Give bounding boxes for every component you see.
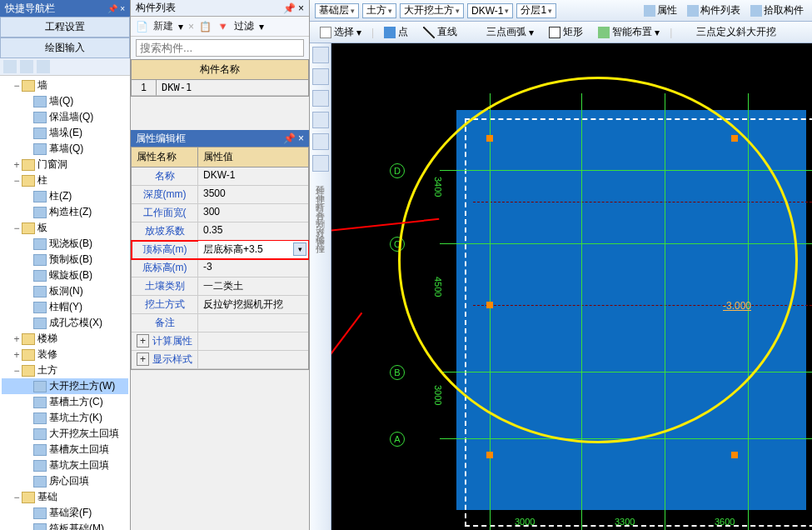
tab-drawing[interactable]: 绘图输入	[0, 38, 130, 58]
table-row[interactable]: 1 DKW-1	[132, 80, 308, 96]
tree-node[interactable]: 保温墙(Q)	[2, 109, 128, 125]
combo-item[interactable]: DKW-1▾	[467, 3, 513, 18]
vtool-btn[interactable]	[312, 90, 329, 107]
prop-row[interactable]: 土壤类别一二类土	[132, 278, 308, 296]
vtool-label[interactable]: 打断	[314, 193, 326, 197]
prop-row[interactable]: +显示样式	[132, 351, 308, 369]
tree-node[interactable]: 板洞(N)	[2, 283, 128, 299]
tool-3pt[interactable]: 三点定义斜大开挖	[677, 24, 781, 40]
tree-node[interactable]: 柱帽(Y)	[2, 299, 128, 315]
pick-button[interactable]: 拾取构件	[747, 3, 807, 18]
nav-tree[interactable]: −墙墙(Q)保温墙(Q)墙垛(E)幕墙(Q)+门窗洞−柱柱(Z)构造柱(Z)−板…	[0, 76, 130, 530]
list-button[interactable]: 构件列表	[684, 3, 744, 18]
tree-node[interactable]: 柱(Z)	[2, 188, 128, 204]
drawing-canvas[interactable]: A B C D 3400 4500 3000 3000 3300 3600 -	[331, 43, 812, 530]
combo-subcategory[interactable]: 大开挖土方▾	[400, 3, 464, 18]
tree-node[interactable]: +楼梯	[2, 331, 128, 347]
prop-value[interactable]	[198, 351, 308, 368]
tree-node[interactable]: 筏板基础(M)	[2, 521, 128, 530]
vtool-label[interactable]: 分割	[314, 210, 326, 213]
nav-tool-3[interactable]	[37, 60, 50, 73]
vtool-label[interactable]: 对齐	[314, 218, 326, 222]
pin-icon[interactable]: 📌 ×	[283, 132, 304, 144]
search-input[interactable]	[136, 39, 304, 57]
tree-node[interactable]: +门窗洞	[2, 157, 128, 172]
prop-row[interactable]: 深度(mm)3500	[132, 186, 308, 204]
vtool-btn[interactable]	[312, 68, 329, 85]
vtool-label[interactable]: 合并	[314, 202, 326, 205]
expander-icon[interactable]: +	[12, 333, 22, 345]
vtool-btn[interactable]	[312, 112, 329, 128]
handle[interactable]	[731, 452, 738, 458]
tree-node[interactable]: +装修	[2, 347, 128, 362]
tree-node[interactable]: 房心回填	[2, 473, 128, 489]
tree-node[interactable]: 预制板(B)	[2, 252, 128, 268]
prop-value[interactable]: 300	[198, 204, 308, 222]
dropdown-icon[interactable]: ▾	[293, 242, 306, 256]
tree-node[interactable]: −墙	[2, 78, 128, 93]
prop-value[interactable]: 反拉铲挖掘机开挖	[198, 296, 308, 313]
tool-smart[interactable]: 智能布置 ▾	[593, 24, 665, 40]
tree-node[interactable]: 现浇板(B)	[2, 236, 128, 252]
pin-icon[interactable]: 📌 ×	[283, 2, 304, 14]
vtool-label[interactable]: 非伸	[314, 185, 326, 188]
tree-node[interactable]: 基槽灰土回填	[2, 442, 128, 458]
tree-node[interactable]: 幕墙(Q)	[2, 141, 128, 157]
vtool-btn[interactable]	[312, 155, 329, 172]
tree-node[interactable]: 基坑灰土回填	[2, 458, 128, 473]
prop-row[interactable]: 工作面宽(300	[132, 204, 308, 222]
expander-icon[interactable]: −	[12, 80, 22, 92]
expander-icon[interactable]: −	[12, 222, 22, 234]
pin-icon[interactable]: 📌 ×	[107, 4, 125, 13]
tree-node[interactable]: −柱	[2, 172, 128, 188]
prop-row[interactable]: 顶标高(m)层底标高+3.5▾	[132, 241, 308, 259]
tree-node[interactable]: 墙(Q)	[2, 93, 128, 109]
combo-category[interactable]: 土方▾	[362, 3, 396, 18]
vtool-label[interactable]: 拉伸	[314, 235, 326, 238]
tree-node[interactable]: −基础	[2, 489, 128, 505]
prop-value[interactable]: -3	[198, 259, 308, 277]
tree-node[interactable]: 墙垛(E)	[2, 125, 128, 141]
prop-value[interactable]	[198, 314, 308, 332]
nav-tool-2[interactable]	[20, 60, 33, 73]
tool-rect[interactable]: 矩形	[544, 24, 588, 40]
nav-tool-1[interactable]	[3, 60, 17, 73]
tab-project[interactable]: 工程设置	[0, 17, 130, 38]
prop-value[interactable]: DKW-1	[198, 168, 308, 185]
prop-row[interactable]: 名称DKW-1	[132, 168, 308, 186]
vtool-btn[interactable]	[312, 133, 329, 150]
tree-node[interactable]: 构造柱(Z)	[2, 204, 128, 220]
filter-icon[interactable]: 🔻	[217, 21, 229, 32]
vtool-label[interactable]: 延伸	[314, 177, 326, 180]
new-button[interactable]: 新建	[153, 19, 173, 33]
tool-select[interactable]: 选择 ▾	[315, 24, 366, 40]
tree-node[interactable]: −土方	[2, 362, 128, 378]
prop-row[interactable]: 底标高(m)-3	[132, 259, 308, 278]
tree-node[interactable]: 螺旋板(B)	[2, 268, 128, 283]
prop-value[interactable]	[198, 332, 308, 350]
expander-icon[interactable]: +	[12, 349, 22, 361]
combo-layer[interactable]: 基础层▾	[315, 3, 359, 18]
tree-node[interactable]: 大开挖土方(W)	[2, 378, 128, 394]
prop-row[interactable]: +计算属性	[132, 332, 308, 351]
prop-value[interactable]: 一二类土	[198, 278, 308, 295]
prop-button[interactable]: 属性	[640, 3, 680, 18]
tool-arc[interactable]: 三点画弧 ▾	[467, 24, 539, 40]
vtool-label[interactable]: 偏移	[314, 227, 326, 230]
tool-point[interactable]: 点	[379, 24, 413, 40]
expander-icon[interactable]: −	[12, 175, 22, 187]
tool-line[interactable]: 直线	[418, 24, 462, 40]
expander-icon[interactable]: −	[12, 492, 22, 503]
tree-node[interactable]: 基槽土方(C)	[2, 394, 128, 410]
prop-value[interactable]: 层底标高+3.5▾	[198, 241, 308, 258]
dropdown-icon[interactable]: ▾	[259, 21, 264, 32]
prop-row[interactable]: 备注	[132, 314, 308, 332]
tree-node[interactable]: 基础梁(F)	[2, 505, 128, 521]
handle[interactable]	[486, 452, 493, 458]
combo-floor[interactable]: 分层1▾	[516, 3, 556, 18]
prop-row[interactable]: 挖土方式反拉铲挖掘机开挖	[132, 296, 308, 314]
dropdown-icon[interactable]: ▾	[178, 21, 183, 32]
copy-icon[interactable]: 📋	[199, 21, 212, 32]
tree-node[interactable]: 基坑土方(K)	[2, 410, 128, 426]
tree-node[interactable]: 大开挖灰土回填	[2, 426, 128, 442]
